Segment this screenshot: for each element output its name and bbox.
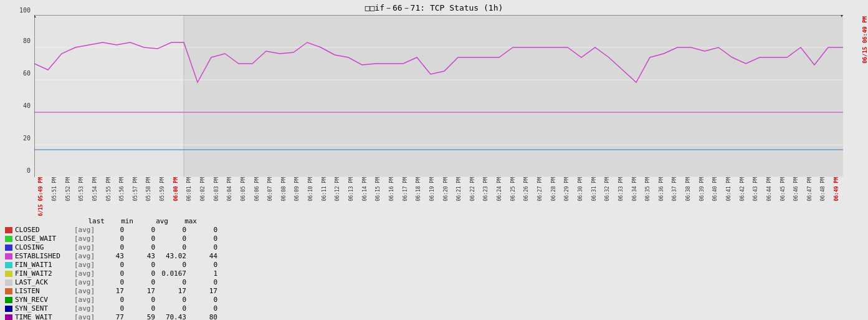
x-tick-1: 05:51 PM bbox=[48, 177, 62, 201]
legend-tag-closing: [avg] bbox=[74, 243, 99, 251]
legend-min-closing: 0 bbox=[130, 243, 155, 251]
x-tick-43: 06:33 PM bbox=[614, 177, 628, 201]
legend-avg-close_wait: 0 bbox=[161, 235, 186, 243]
legend-tag-syn_sent: [avg] bbox=[74, 304, 99, 313]
x-tick-3: 05:53 PM bbox=[75, 177, 88, 201]
legend-vals-established: 434343.0244 bbox=[99, 252, 217, 260]
legend-item-listen: LISTEN[avg]17171717 bbox=[5, 287, 868, 295]
x-tick-49: 06:39 PM bbox=[695, 177, 708, 201]
x-tick-5: 05:55 PM bbox=[102, 177, 115, 201]
col-header-avg: avg bbox=[137, 217, 168, 225]
legend-color-time_wait bbox=[5, 314, 12, 321]
y-label-60: 60 bbox=[23, 70, 31, 77]
chart-wrapper: 0 20 40 60 80 100 bbox=[0, 15, 868, 177]
x-tick-50: 06:40 PM bbox=[708, 177, 722, 201]
x-tick-18: 06:08 PM bbox=[277, 177, 291, 201]
legend-max-fin_wait1: 0 bbox=[193, 261, 217, 269]
legend-avg-listen: 17 bbox=[161, 287, 186, 295]
x-tick-35: 06:25 PM bbox=[506, 177, 520, 201]
legend-max-closed: 0 bbox=[193, 226, 217, 234]
legend-item-closed: CLOSED[avg]0000 bbox=[5, 226, 868, 234]
right-datetime-label: 06/15 06:49 PM bbox=[862, 16, 868, 64]
legend-tag-fin_wait2: [avg] bbox=[74, 269, 99, 278]
legend-name-syn_recv: SYN_RECV bbox=[15, 296, 74, 304]
legend-vals-close_wait: 0000 bbox=[99, 235, 217, 243]
legend-last-fin_wait1: 0 bbox=[99, 261, 124, 269]
x-tick-56: 06:46 PM bbox=[789, 177, 803, 201]
legend-item-syn_recv: SYN_RECV[avg]0000 bbox=[5, 296, 868, 304]
legend-rows: CLOSED[avg]0000CLOSE_WAIT[avg]0000CLOSIN… bbox=[5, 226, 868, 320]
x-tick-23: 06:13 PM bbox=[345, 177, 358, 201]
legend-vals-closed: 0000 bbox=[99, 226, 217, 234]
legend-min-established: 43 bbox=[130, 252, 155, 260]
y-label-80: 80 bbox=[23, 37, 31, 44]
legend-avg-time_wait: 70.43 bbox=[161, 313, 186, 320]
legend-color-listen bbox=[5, 288, 12, 294]
legend-max-syn_sent: 0 bbox=[193, 304, 217, 313]
x-tick-29: 06:19 PM bbox=[426, 177, 439, 201]
legend-avg-syn_sent: 0 bbox=[161, 304, 186, 313]
x-tick-28: 06:18 PM bbox=[412, 177, 426, 201]
x-tick-30: 06:20 PM bbox=[439, 177, 452, 201]
x-tick-26: 06:16 PM bbox=[385, 177, 399, 201]
x-tick-37: 06:27 PM bbox=[533, 177, 547, 201]
legend-avg-fin_wait1: 0 bbox=[161, 261, 186, 269]
x-labels-container: 06/15 05:49 PM05:51 PM05:52 PM05:53 PM05… bbox=[34, 177, 843, 216]
col-header-last: last bbox=[80, 217, 105, 225]
legend-name-syn_sent: SYN_SENT bbox=[15, 304, 74, 313]
legend-vals-closing: 0000 bbox=[99, 243, 217, 251]
legend-tag-close_wait: [avg] bbox=[74, 235, 99, 243]
legend-tag-time_wait: [avg] bbox=[74, 313, 99, 320]
x-tick-17: 06:07 PM bbox=[264, 177, 277, 201]
legend-vals-last_ack: 0000 bbox=[99, 278, 217, 286]
legend-last-listen: 17 bbox=[99, 287, 124, 295]
legend-min-closed: 0 bbox=[130, 226, 155, 234]
legend-last-last_ack: 0 bbox=[99, 278, 124, 286]
legend-max-closing: 0 bbox=[193, 243, 217, 251]
legend-item-time_wait: TIME_WAIT[avg]775970.4380 bbox=[5, 313, 868, 320]
x-tick-33: 06:23 PM bbox=[479, 177, 493, 201]
x-tick-21: 06:11 PM bbox=[317, 177, 331, 201]
legend-vals-fin_wait1: 0000 bbox=[99, 261, 217, 269]
legend-tag-listen: [avg] bbox=[74, 287, 99, 295]
legend-max-fin_wait2: 1 bbox=[193, 269, 217, 278]
x-tick-34: 06:24 PM bbox=[493, 177, 507, 201]
legend-name-close_wait: CLOSE_WAIT bbox=[15, 235, 74, 243]
x-tick-54: 06:44 PM bbox=[763, 177, 776, 201]
x-tick-20: 06:10 PM bbox=[304, 177, 318, 201]
legend-item-close_wait: CLOSE_WAIT[avg]0000 bbox=[5, 235, 868, 243]
y-label-40: 40 bbox=[23, 102, 31, 109]
chart-svg bbox=[34, 15, 843, 177]
legend-tag-last_ack: [avg] bbox=[74, 278, 99, 286]
legend-item-closing: CLOSING[avg]0000 bbox=[5, 243, 868, 251]
x-tick-52: 06:42 PM bbox=[735, 177, 749, 201]
legend-vals-listen: 17171717 bbox=[99, 287, 217, 295]
legend-name-last_ack: LAST_ACK bbox=[15, 278, 74, 286]
legend-vals-time_wait: 775970.4380 bbox=[99, 313, 217, 320]
legend-tag-closed: [avg] bbox=[74, 226, 99, 234]
x-tick-25: 06:15 PM bbox=[371, 177, 385, 201]
x-tick-38: 06:28 PM bbox=[546, 177, 560, 201]
legend-avg-fin_wait2: 0.0167 bbox=[161, 269, 186, 278]
x-tick-4: 05:54 PM bbox=[88, 177, 102, 201]
legend-section: last min avg max bbox=[5, 217, 868, 225]
legend-color-fin_wait2 bbox=[5, 271, 12, 277]
legend-last-syn_sent: 0 bbox=[99, 304, 124, 313]
x-tick-24: 06:14 PM bbox=[358, 177, 371, 201]
y-label-100: 100 bbox=[19, 6, 31, 13]
legend-max-established: 44 bbox=[193, 252, 217, 260]
legend-min-fin_wait2: 0 bbox=[130, 269, 155, 278]
col-header-min: min bbox=[108, 217, 133, 225]
chart-title: □□if－66－71: TCP Status (1h) bbox=[0, 0, 868, 15]
legend-tag-syn_recv: [avg] bbox=[74, 296, 99, 304]
x-tick-32: 06:22 PM bbox=[466, 177, 480, 201]
legend-last-closed: 0 bbox=[99, 226, 124, 234]
chart-right-spacer: 06/15 06:49 PM bbox=[843, 15, 868, 177]
x-main: 06/15 05:49 PM05:51 PM05:52 PM05:53 PM05… bbox=[34, 177, 843, 216]
x-tick-16: 06:06 PM bbox=[250, 177, 264, 201]
legend-name-fin_wait2: FIN_WAIT2 bbox=[15, 269, 74, 278]
x-tick-55: 06:45 PM bbox=[776, 177, 789, 201]
legend-color-syn_sent bbox=[5, 306, 12, 312]
legend-item-established: ESTABLISHED[avg]434343.0244 bbox=[5, 252, 868, 260]
x-tick-11: 06:01 PM bbox=[183, 177, 196, 201]
